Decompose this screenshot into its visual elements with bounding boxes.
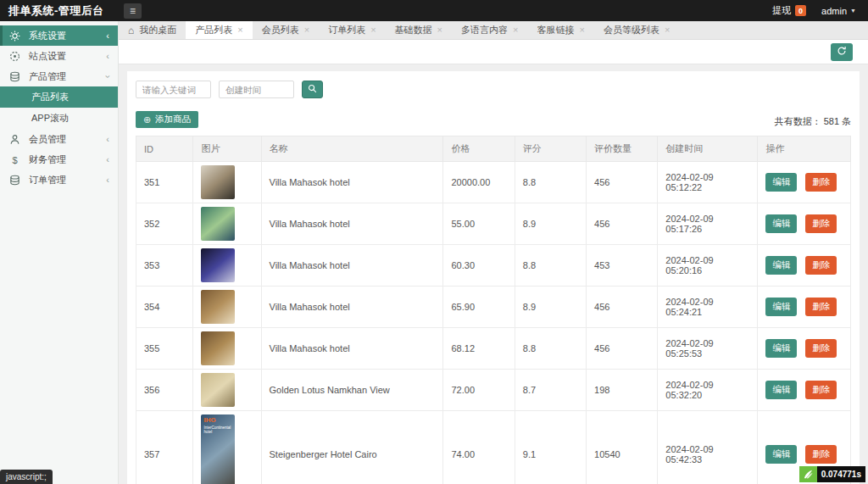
- tab-close-icon[interactable]: ×: [579, 25, 584, 35]
- withdraw-link[interactable]: 提现 0: [772, 4, 806, 17]
- col-header-image: 图片: [193, 136, 261, 162]
- cell-price: 60.30: [443, 245, 515, 287]
- cell-price: 55.00: [443, 203, 515, 245]
- tab-label: 我的桌面: [139, 24, 176, 36]
- edit-button[interactable]: 编辑: [765, 256, 797, 275]
- delete-button[interactable]: 删除: [805, 214, 837, 233]
- tab-label: 多语言内容: [461, 24, 508, 36]
- tab-close-icon[interactable]: ×: [304, 25, 309, 35]
- edit-button[interactable]: 编辑: [765, 445, 797, 464]
- cell-id: 357: [136, 411, 193, 484]
- add-row: ⊕ 添加商品 共有数据：581条: [136, 111, 851, 128]
- total-count: 581: [824, 116, 839, 126]
- topbar-right: 提现 0 admin ▼: [772, 4, 868, 17]
- cell-created: 2024-02-09 05:20:16: [658, 245, 758, 287]
- tab[interactable]: 基础数据 ×: [386, 21, 452, 39]
- sidebar-item[interactable]: 订单管理 ‹: [0, 170, 118, 190]
- table-row: 352 Villa Mahasok hotel 55.00 8.9 456 20…: [136, 203, 851, 245]
- withdraw-count-badge: 0: [795, 5, 806, 16]
- cell-name: Villa Mahasok hotel: [261, 162, 443, 203]
- sidebar-item[interactable]: 站点设置 ‹: [0, 46, 118, 66]
- tab-bar: ⌂ 我的桌面 产品列表 × 会员列表 × 订单列表 × 基础数据 × 多语言内容…: [119, 21, 868, 40]
- col-header-actions: 操作: [758, 136, 851, 162]
- browser-status-text: javascript:;: [0, 470, 53, 484]
- table-row: 357 IHGInterContinental hotel Steigenber…: [136, 411, 851, 484]
- hotel-brand-caption: InterContinental hotel: [203, 426, 232, 435]
- tab-close-icon[interactable]: ×: [437, 25, 442, 35]
- search-icon: [308, 84, 317, 95]
- tab[interactable]: 客服链接 ×: [527, 21, 593, 39]
- tab[interactable]: 多语言内容 ×: [452, 21, 527, 39]
- tab[interactable]: 产品列表 ×: [186, 21, 252, 39]
- gear-icon: [8, 30, 20, 42]
- delete-button[interactable]: 删除: [805, 445, 837, 464]
- delete-button[interactable]: 删除: [805, 339, 837, 358]
- member-icon: [8, 133, 20, 145]
- cell-price: 68.12: [443, 328, 515, 370]
- col-header-name: 名称: [261, 136, 443, 162]
- tab-close-icon[interactable]: ×: [370, 25, 376, 35]
- cell-name: Steigenberger Hotel Cairo: [261, 411, 443, 484]
- sidebar-item[interactable]: $ 财务管理 ‹: [0, 149, 118, 170]
- cell-score: 8.8: [515, 245, 586, 287]
- edit-button[interactable]: 编辑: [765, 298, 797, 316]
- created-time-input[interactable]: [219, 81, 294, 98]
- cell-created: 2024-02-09 05:25:53: [658, 328, 758, 370]
- cell-reviews: 456: [587, 328, 658, 370]
- plus-circle-icon: ⊕: [143, 114, 151, 125]
- svg-text:$: $: [12, 154, 18, 164]
- tab-close-icon[interactable]: ×: [665, 25, 670, 35]
- edit-button[interactable]: 编辑: [765, 214, 797, 233]
- tab[interactable]: 会员等级列表 ×: [594, 21, 679, 39]
- cell-reviews: 10540: [587, 411, 658, 484]
- search-row: [136, 81, 851, 98]
- product-thumbnail: IHGInterContinental hotel: [201, 414, 235, 484]
- cell-score: 9.1: [515, 411, 586, 484]
- edit-button[interactable]: 编辑: [765, 173, 797, 192]
- site-icon: [8, 50, 20, 62]
- sidebar-item[interactable]: 会员管理 ‹: [0, 129, 118, 149]
- hotel-brand-logo: IHG: [203, 417, 215, 424]
- cell-id: 355: [136, 328, 193, 370]
- cell-created: 2024-02-09 05:12:22: [658, 162, 758, 203]
- keyword-input[interactable]: [136, 81, 211, 98]
- sidebar: 系统设置 ‹ 站点设置 ‹ 产品管理 ‹ 产品列表 APP滚动 会员管理 ‹ $: [0, 21, 119, 484]
- cell-score: 8.8: [515, 162, 586, 203]
- tool-strip: [119, 40, 868, 64]
- user-menu[interactable]: admin ▼: [821, 6, 856, 16]
- add-product-label: 添加商品: [155, 114, 191, 125]
- sidebar-item-label: 会员管理: [29, 133, 106, 146]
- product-table: ID 图片 名称 价格 评分 评价数量 创建时间 操作 351 Villa Ma…: [136, 136, 851, 484]
- cell-reviews: 198: [587, 370, 658, 411]
- sidebar-toggle-button[interactable]: ≡: [124, 3, 142, 19]
- add-product-button[interactable]: ⊕ 添加商品: [136, 111, 198, 128]
- tab-label: 基础数据: [395, 24, 432, 36]
- tab-close-icon[interactable]: ×: [237, 25, 242, 35]
- tab[interactable]: 订单列表 ×: [319, 21, 385, 39]
- edit-button[interactable]: 编辑: [765, 381, 797, 399]
- col-header-price: 价格: [443, 136, 515, 162]
- cell-price: 65.90: [443, 287, 515, 328]
- thinkphp-icon: [799, 466, 817, 482]
- refresh-button[interactable]: [831, 43, 853, 61]
- tab-close-icon[interactable]: ×: [513, 25, 518, 35]
- edit-button[interactable]: 编辑: [765, 339, 797, 358]
- search-button[interactable]: [302, 81, 323, 98]
- delete-button[interactable]: 删除: [805, 381, 837, 399]
- cell-id: 351: [136, 162, 193, 203]
- table-row: 353 Villa Mahasok hotel 60.30 8.8 453 20…: [136, 245, 851, 287]
- tab[interactable]: 会员列表 ×: [253, 21, 319, 39]
- delete-button[interactable]: 删除: [805, 173, 837, 192]
- sidebar-item[interactable]: 系统设置 ‹: [0, 25, 118, 46]
- total-label: 共有数据：: [775, 116, 821, 126]
- delete-button[interactable]: 删除: [805, 256, 837, 275]
- sidebar-subitem[interactable]: 产品列表: [0, 86, 118, 108]
- sidebar-subitem[interactable]: APP滚动: [0, 108, 118, 129]
- table-row: 355 Villa Mahasok hotel 68.12 8.8 456 20…: [136, 328, 851, 370]
- delete-button[interactable]: 删除: [805, 298, 837, 316]
- app-title: 排单系统-管理后台: [0, 3, 119, 19]
- col-header-created: 创建时间: [658, 136, 758, 162]
- main-area: ⌂ 我的桌面 产品列表 × 会员列表 × 订单列表 × 基础数据 × 多语言内容…: [119, 21, 868, 484]
- tab[interactable]: ⌂ 我的桌面: [119, 21, 186, 39]
- sidebar-item[interactable]: 产品管理 ‹: [0, 66, 118, 86]
